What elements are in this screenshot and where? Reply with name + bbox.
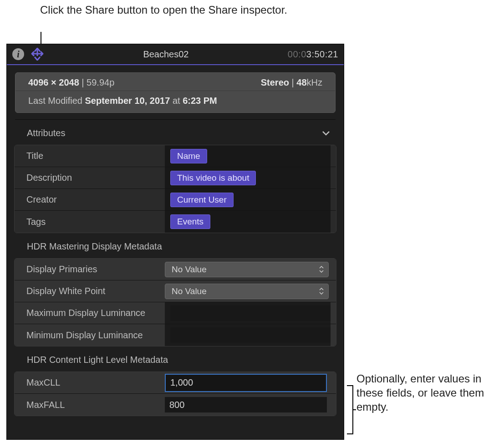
label-title: Title <box>26 151 165 161</box>
timecode-dim: 00:0 <box>288 49 306 59</box>
label-creator: Creator <box>26 194 165 205</box>
field-min-luminance[interactable] <box>165 324 331 346</box>
token-tags[interactable]: Events <box>170 214 210 229</box>
select-wrap-display-white-point: No Value <box>165 280 329 302</box>
row-tags: Tags Events <box>15 211 336 233</box>
field-max-luminance[interactable] <box>165 302 331 324</box>
field-description[interactable]: This video is about <box>165 167 331 188</box>
token-description[interactable]: This video is about <box>170 171 256 185</box>
row-display-primaries: Display Primaries No Value <box>15 259 336 280</box>
framerate-value: 59.94p <box>87 77 114 87</box>
token-creator[interactable]: Current User <box>170 193 234 207</box>
modified-time: 6:23 PM <box>183 96 217 106</box>
input-maxfall[interactable] <box>165 397 327 412</box>
info-icon[interactable]: i <box>12 48 24 60</box>
select-display-white-point[interactable]: No Value <box>165 284 329 299</box>
clip-title: Beaches02 <box>44 49 288 60</box>
section-hdr-mastering-title: HDR Mastering Display Metadata <box>27 241 162 252</box>
input-min-luminance[interactable] <box>170 327 331 343</box>
attributes-group: Title Name Description This video is abo… <box>14 145 336 233</box>
label-description: Description <box>26 173 165 183</box>
row-description: Description This video is about <box>15 167 336 189</box>
field-maxcll-wrap <box>165 375 331 391</box>
section-hdr-mastering-header: HDR Mastering Display Metadata <box>7 233 344 256</box>
section-attributes-title: Attributes <box>27 128 65 138</box>
summary-row-modified: Last Modified September 10, 2017 at 6:23… <box>15 91 335 112</box>
share-inspector-panel: i Beaches02 00:03:50:21 4096 × 2048 | 59… <box>6 44 344 440</box>
row-max-luminance: Maximum Display Luminance <box>15 302 336 324</box>
select-display-primaries[interactable]: No Value <box>165 262 329 277</box>
summary-box: 4096 × 2048 | 59.94p Stereo | 48kHz Last… <box>15 72 336 113</box>
label-max-luminance: Maximum Display Luminance <box>26 308 165 318</box>
audio-rate-unit: kHz <box>307 77 322 87</box>
label-min-luminance: Minimum Display Luminance <box>26 330 165 341</box>
section-attributes-header[interactable]: Attributes <box>7 120 344 143</box>
modified-at: at <box>173 96 180 106</box>
modified-prefix: Last Modified <box>28 96 82 106</box>
label-maxcll: MaxCLL <box>26 377 165 388</box>
callout-bracket <box>347 385 353 434</box>
modified-date: September 10, 2017 <box>85 96 170 106</box>
stepper-icon <box>317 287 326 295</box>
callout-share-button: Click the Share button to open the Share… <box>40 3 287 17</box>
input-max-luminance[interactable] <box>170 305 331 321</box>
resolution-value: 4096 × 2048 <box>28 77 79 87</box>
select-display-white-point-value: No Value <box>172 286 207 296</box>
row-maxfall: MaxFALL <box>15 394 336 416</box>
label-display-white-point: Display White Point <box>26 286 165 296</box>
label-maxfall: MaxFALL <box>26 400 165 410</box>
callout-light-fields: Optionally, enter values in these fields… <box>356 372 498 414</box>
chevron-down-icon <box>322 131 330 136</box>
callout-bracket-tick <box>353 409 356 410</box>
field-title[interactable]: Name <box>165 145 331 167</box>
select-display-primaries-value: No Value <box>172 265 207 275</box>
inspector-header: i Beaches02 00:03:50:21 <box>7 44 344 65</box>
token-title[interactable]: Name <box>170 149 207 163</box>
row-title: Title Name <box>15 145 336 167</box>
hdr-content-group: MaxCLL MaxFALL <box>14 372 336 416</box>
summary-row-format: 4096 × 2048 | 59.94p Stereo | 48kHz <box>15 73 335 91</box>
share-icon[interactable] <box>31 48 44 61</box>
select-wrap-display-primaries: No Value <box>165 259 329 280</box>
row-maxcll: MaxCLL <box>15 372 336 394</box>
label-tags: Tags <box>26 217 165 227</box>
field-tags[interactable]: Events <box>165 211 331 233</box>
timecode: 00:03:50:21 <box>288 49 338 60</box>
row-display-white-point: Display White Point No Value <box>15 280 336 302</box>
timecode-bright: 3:50:21 <box>306 49 338 59</box>
field-creator[interactable]: Current User <box>165 189 331 210</box>
input-maxcll[interactable] <box>165 374 327 392</box>
row-creator: Creator Current User <box>15 189 336 211</box>
label-display-primaries: Display Primaries <box>26 264 165 275</box>
audio-rate: 48 <box>296 77 306 87</box>
section-hdr-content-title: HDR Content Light Level Metadata <box>27 355 168 365</box>
stepper-icon <box>317 265 326 273</box>
audio-mode: Stereo <box>261 77 289 87</box>
hdr-mastering-group: Display Primaries No Value Display White… <box>14 258 336 346</box>
section-hdr-content-header: HDR Content Light Level Metadata <box>7 346 344 370</box>
row-min-luminance: Minimum Display Luminance <box>15 324 336 346</box>
field-maxfall-wrap <box>165 397 331 412</box>
